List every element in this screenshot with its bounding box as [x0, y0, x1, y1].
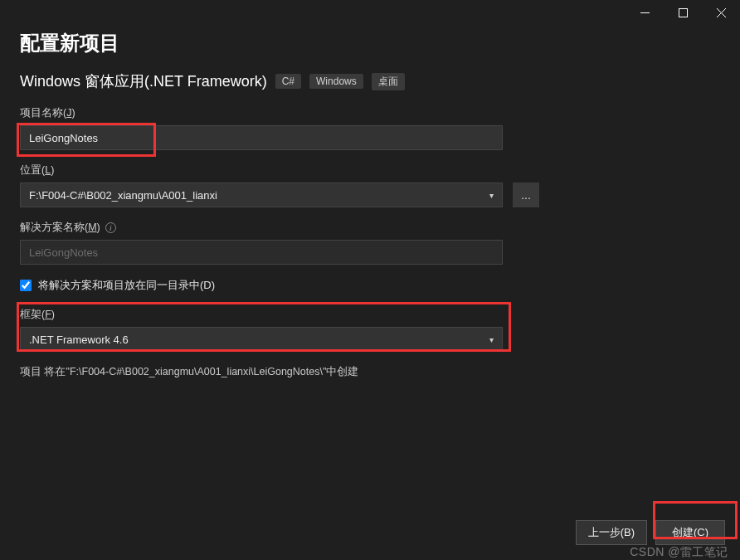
solution-name-input: LeiGongNotes [20, 240, 503, 265]
framework-value: .NET Framework 4.6 [29, 334, 129, 346]
location-select[interactable]: F:\F004-C#\B002_xiangmu\A001_lianxi ▾ [20, 183, 503, 207]
close-icon [717, 8, 726, 17]
browse-button[interactable]: ... [513, 183, 539, 207]
location-label: 位置(L) [20, 163, 720, 178]
minimize-icon [640, 8, 650, 17]
project-name-label: 项目名称(J) [20, 106, 720, 120]
chevron-down-icon: ▾ [489, 191, 494, 200]
project-name-group: 项目名称(J) LeiGongNotes [20, 106, 720, 150]
svg-rect-1 [679, 8, 687, 17]
back-button[interactable]: 上一步(B) [576, 520, 647, 545]
create-button[interactable]: 创建(C) [655, 520, 725, 545]
tag-language: C# [275, 74, 301, 89]
solution-name-label: 解决方案名称(M) i [20, 221, 720, 235]
watermark-text: CSDN @雷工笔记 [630, 545, 728, 560]
location-group: 位置(L) F:\F004-C#\B002_xiangmu\A001_lianx… [20, 163, 720, 207]
tag-platform: Windows [309, 74, 363, 89]
tag-type: 桌面 [372, 73, 405, 90]
location-value: F:\F004-C#\B002_xiangmu\A001_lianxi [29, 189, 217, 202]
dialog-footer: 上一步(B) 创建(C) [576, 520, 725, 545]
maximize-button[interactable] [664, 0, 702, 25]
template-name: Windows 窗体应用(.NET Framework) [20, 71, 267, 91]
minimize-button[interactable] [626, 0, 664, 25]
project-template-header: Windows 窗体应用(.NET Framework) C# Windows … [20, 71, 720, 91]
same-directory-label: 将解决方案和项目放在同一目录中(D) [38, 278, 215, 293]
title-bar [0, 0, 740, 25]
same-directory-checkbox[interactable] [20, 280, 32, 291]
info-icon[interactable]: i [105, 222, 116, 233]
framework-group: 框架(F) .NET Framework 4.6 ▾ [20, 308, 720, 352]
same-directory-checkbox-row[interactable]: 将解决方案和项目放在同一目录中(D) [20, 278, 720, 293]
framework-select[interactable]: .NET Framework 4.6 ▾ [20, 327, 503, 352]
creation-path-info: 项目 将在"F:\F004-C#\B002_xiangmu\A001_lianx… [20, 365, 720, 379]
solution-name-group: 解决方案名称(M) i LeiGongNotes [20, 221, 720, 265]
framework-label: 框架(F) [20, 308, 720, 322]
maximize-icon [679, 8, 688, 17]
close-button[interactable] [702, 0, 740, 25]
page-title: 配置新项目 [20, 30, 720, 56]
project-name-input[interactable]: LeiGongNotes [20, 125, 503, 150]
chevron-down-icon: ▾ [489, 335, 494, 344]
